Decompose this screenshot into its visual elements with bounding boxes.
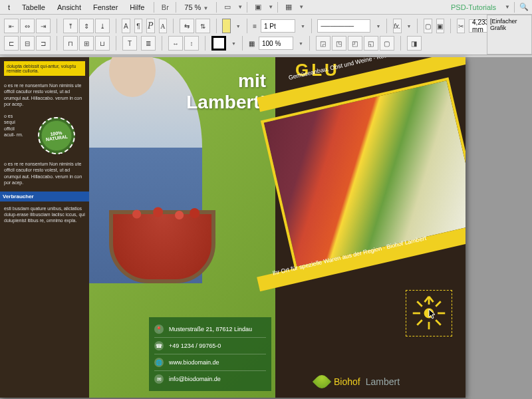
fx-button[interactable]: fx. xyxy=(393,19,402,33)
brochure-left-column: dolupta debissit qui-antur, voluptu rern… xyxy=(0,57,89,398)
document-page[interactable]: dolupta debissit qui-antur, voluptu rern… xyxy=(0,57,466,398)
body-text-1: o es re re nonsentum Non niminis ute off… xyxy=(4,82,85,108)
arrange-icon[interactable]: ▦ xyxy=(282,1,295,13)
a-style-button[interactable]: A xyxy=(159,19,168,33)
menu-bar: t Tabelle Ansicht Fenster Hilfe Br 75 %▼… xyxy=(0,0,532,15)
contact-phone: ☎+49 1234 / 99765-0 xyxy=(154,338,266,354)
menu-ansicht[interactable]: Ansicht xyxy=(52,2,86,13)
contact-box: 📍Musterstraße 21, 87612 Lindau ☎+49 1234… xyxy=(149,317,271,391)
align-bottom-button[interactable]: ⤓ xyxy=(95,19,110,33)
stroke-style-field[interactable]: ─────── xyxy=(317,19,370,33)
menu-hilfe[interactable]: Hilfe xyxy=(124,2,150,13)
align-vertical-group: ⤒ ⇕ ⤓ xyxy=(63,19,110,33)
right-panel-snippet: [Einfacher Grafik xyxy=(487,15,532,55)
distribute-right-button[interactable]: ⊐ xyxy=(36,36,51,51)
story-button[interactable]: ≣ xyxy=(141,36,156,51)
corner4-button[interactable]: ◱ xyxy=(364,36,378,51)
stroke-swatch[interactable] xyxy=(211,36,226,51)
apple-basket-image xyxy=(109,210,215,283)
brochure-right-panel: GLU Gemüseanbau, Obst und Weine · Köstli… xyxy=(275,57,466,398)
body-text-2a: o es sequi officil acull- rm. xyxy=(4,113,24,138)
search-icon[interactable]: 🔍 xyxy=(519,2,529,13)
wrap-none-button[interactable]: ▢ xyxy=(424,19,432,33)
brochure-center-panel: mit Lambert! 📍Musterstraße 21, 87612 Lin… xyxy=(89,57,275,398)
pin-icon: 📍 xyxy=(154,325,164,334)
char-panel-button[interactable]: A xyxy=(122,19,130,33)
bridge-icon[interactable]: Br xyxy=(158,1,172,13)
p-style-button[interactable]: P xyxy=(146,19,155,33)
sun-graphic-selected[interactable] xyxy=(406,290,452,336)
dist-v-button[interactable]: ⇅ xyxy=(196,19,210,33)
options-bar: ⇤ ⇔ ⇥ ⤒ ⇕ ⤓ A ¶ P A ⇆ ⇅ ▼ ≡ 1 Pt▼ ──────… xyxy=(0,15,532,55)
text-frame-button[interactable]: T xyxy=(122,36,137,51)
contact-web: 🌐www.biodomain.de xyxy=(154,354,266,371)
distribute-middle-button[interactable]: ⊞ xyxy=(79,36,94,51)
contact-address: 📍Musterstraße 21, 87612 Lindau xyxy=(154,321,266,338)
corner3-button[interactable]: ◰ xyxy=(348,36,362,51)
corner2-button[interactable]: ◳ xyxy=(332,36,346,51)
stroke-weight-icon: ≡ xyxy=(253,23,257,30)
headline-text: mit Lambert! xyxy=(186,70,266,113)
corner-button[interactable]: ◲ xyxy=(316,36,331,51)
align-center-h-button[interactable]: ⇔ xyxy=(20,19,35,33)
natural-stamp-icon: 100% NATURAL xyxy=(35,114,77,156)
select-content-button[interactable]: ◨ xyxy=(407,36,422,51)
menu-t[interactable]: t xyxy=(3,2,15,13)
svg-line-8 xyxy=(417,320,422,325)
dist-h-button[interactable]: ⇆ xyxy=(180,19,194,33)
svg-point-0 xyxy=(424,309,434,319)
view-mode-icon[interactable]: ▭ xyxy=(221,1,234,13)
canvas-area: dolupta debissit qui-antur, voluptu rern… xyxy=(0,57,532,399)
space-h-button[interactable]: ↔ xyxy=(168,36,183,51)
distribute-bottom-button[interactable]: ⊔ xyxy=(95,36,110,51)
distribute-center-button[interactable]: ⊟ xyxy=(20,36,35,51)
crop-button[interactable]: ✂ xyxy=(457,19,466,33)
yellow-callout: dolupta debissit qui-antur, voluptu rern… xyxy=(4,61,85,76)
opacity-icon: ▦ xyxy=(249,40,255,47)
menu-tabelle[interactable]: Tabelle xyxy=(17,2,51,13)
svg-line-7 xyxy=(436,301,440,306)
body-text-3: esti busdam quature unibus, alictatios d… xyxy=(4,205,85,224)
wrap-around-button[interactable]: ▣ xyxy=(436,19,445,33)
zoom-level[interactable]: 75 %▼ xyxy=(180,2,212,13)
opacity-field[interactable]: 100 % xyxy=(259,37,293,50)
fill-swatch[interactable] xyxy=(222,19,231,33)
globe-icon: 🌐 xyxy=(154,358,164,367)
logo: Biohof Lambert xyxy=(315,375,400,388)
align-center-v-button[interactable]: ⇕ xyxy=(79,19,94,33)
logo-text-2: Lambert xyxy=(366,376,400,387)
contact-email: ✉info@biodomain.de xyxy=(154,371,266,387)
body-text-2b: o es re re nonsentum Non niminis ute off… xyxy=(4,161,85,186)
para-panel-button[interactable]: ¶ xyxy=(134,19,143,33)
menu-fenster[interactable]: Fenster xyxy=(88,2,123,13)
distribute-top-button[interactable]: ⊓ xyxy=(63,36,78,51)
svg-line-6 xyxy=(436,320,440,325)
align-top-button[interactable]: ⤒ xyxy=(63,19,78,33)
sun-icon xyxy=(410,295,448,332)
phone-icon: ☎ xyxy=(154,341,164,350)
workspace-label[interactable]: PSD-Tutorials xyxy=(446,3,501,11)
align-right-button[interactable]: ⇥ xyxy=(36,19,51,33)
distribute-left-button[interactable]: ⊏ xyxy=(4,36,19,51)
align-horizontal-group: ⇤ ⇔ ⇥ xyxy=(4,19,51,33)
svg-line-5 xyxy=(417,301,422,306)
space-v-button[interactable]: ↕ xyxy=(184,36,199,51)
corner5-button[interactable]: ▢ xyxy=(380,36,394,51)
logo-text-1: Biohof xyxy=(334,376,360,387)
section-header-verbraucher: Verbraucher xyxy=(0,192,89,201)
align-left-button[interactable]: ⇤ xyxy=(4,19,19,33)
stroke-weight-field[interactable]: 1 Pt xyxy=(261,19,295,33)
screen-mode-icon[interactable]: ▣ xyxy=(251,1,265,13)
leaf-icon xyxy=(313,372,331,391)
mail-icon: ✉ xyxy=(154,374,164,384)
